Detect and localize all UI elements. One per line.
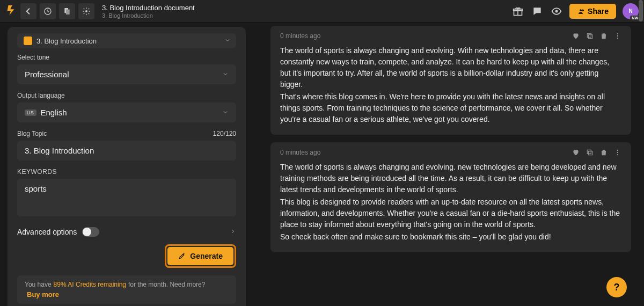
- topic-input[interactable]: 3. Blog Introduction: [17, 141, 236, 161]
- more-icon[interactable]: [614, 149, 621, 156]
- language-value: English: [41, 108, 67, 117]
- heart-icon[interactable]: [572, 149, 580, 156]
- topic-value: 3. Blog Introduction: [25, 146, 94, 155]
- advanced-toggle[interactable]: [82, 227, 99, 237]
- share-button[interactable]: Share: [569, 4, 616, 19]
- document-subtitle: 3. Blog Introduction: [102, 12, 508, 19]
- svg-point-16: [617, 154, 618, 155]
- chevron-right-icon: [230, 227, 236, 237]
- result-card: 0 minutes agoThe world of sports is alwa…: [270, 142, 631, 252]
- result-timestamp: 0 minutes ago: [280, 149, 320, 156]
- generate-button[interactable]: Generate: [167, 247, 233, 265]
- keywords-label: KEYWORDS: [17, 168, 236, 176]
- topic-label: Blog Topic: [17, 130, 47, 137]
- svg-rect-8: [587, 33, 591, 37]
- template-name: 3. Blog Introduction: [36, 37, 97, 45]
- user-avatar[interactable]: N NW: [623, 3, 639, 19]
- top-bar: 3. Blog Introduction document 3. Blog In…: [0, 0, 644, 23]
- svg-point-10: [617, 35, 618, 37]
- result-paragraph: So check back often and make sure to boo…: [280, 231, 621, 243]
- tone-label: Select tone: [17, 54, 236, 61]
- document-title-block: 3. Blog Introduction document 3. Blog In…: [102, 4, 508, 19]
- heart-icon[interactable]: [572, 32, 580, 40]
- visibility-icon[interactable]: [550, 5, 563, 18]
- document-title: 3. Blog Introduction document: [102, 4, 508, 12]
- credits-mid: for the month. Need more?: [128, 281, 205, 288]
- svg-point-15: [617, 152, 618, 153]
- generate-label: Generate: [190, 252, 223, 260]
- scrollbar[interactable]: [639, 0, 643, 21]
- help-fab[interactable]: ?: [606, 277, 627, 297]
- credits-remaining: 89% AI Credits remaining: [54, 281, 126, 288]
- tone-value: Professional: [25, 70, 69, 79]
- chat-icon[interactable]: [531, 5, 544, 18]
- advanced-options-row[interactable]: Advanced options: [17, 224, 236, 244]
- result-header: 0 minutes ago: [280, 32, 621, 40]
- generate-button-highlight: Generate: [165, 244, 236, 268]
- keywords-input[interactable]: sports: [17, 179, 236, 216]
- credits-bar: You have 89% AI Credits remaining for th…: [17, 275, 236, 304]
- result-timestamp: 0 minutes ago: [280, 32, 320, 40]
- sidebar-card: 3. Blog Introduction Select tone Profess…: [8, 27, 246, 306]
- language-flag: US: [25, 110, 36, 116]
- svg-point-6: [555, 10, 558, 12]
- svg-point-9: [617, 33, 618, 34]
- result-header: 0 minutes ago: [280, 149, 621, 156]
- trash-icon[interactable]: [600, 32, 608, 40]
- svg-point-11: [617, 38, 618, 39]
- back-button[interactable]: [20, 3, 36, 19]
- topbar-right: Share N NW: [511, 3, 639, 19]
- result-paragraph: That's where this blog comes in. We're h…: [280, 91, 621, 125]
- credits-prefix: You have: [25, 281, 52, 288]
- gift-icon[interactable]: [511, 5, 524, 18]
- copy-icon[interactable]: [586, 32, 594, 40]
- svg-point-14: [617, 150, 618, 151]
- help-label: ?: [614, 282, 620, 293]
- advanced-label: Advanced options: [17, 228, 77, 236]
- history-button[interactable]: [40, 3, 56, 19]
- app-logo-icon: [5, 4, 17, 18]
- trash-icon[interactable]: [600, 149, 608, 156]
- result-paragraph: The world of sports is always changing a…: [280, 45, 621, 90]
- topic-counter: 120/120: [213, 130, 236, 137]
- svg-rect-2: [66, 9, 70, 14]
- settings-button[interactable]: [78, 3, 94, 19]
- documents-button[interactable]: [59, 3, 75, 19]
- svg-point-3: [85, 10, 87, 12]
- svg-rect-12: [589, 151, 592, 155]
- buy-more-link[interactable]: Buy more: [27, 290, 59, 298]
- svg-rect-7: [589, 35, 592, 39]
- result-body: The world of sports is always changing a…: [280, 45, 621, 125]
- avatar-initial: N: [628, 8, 632, 14]
- chevron-down-icon: [222, 108, 229, 117]
- tone-select[interactable]: Professional: [17, 64, 236, 84]
- chevron-down-icon: [222, 70, 229, 79]
- sidebar: 3. Blog Introduction Select tone Profess…: [0, 23, 253, 306]
- template-icon: [24, 37, 32, 45]
- copy-icon[interactable]: [586, 149, 594, 156]
- language-select[interactable]: US English: [17, 103, 236, 122]
- chevron-down-icon: [224, 37, 231, 45]
- language-label: Output language: [17, 92, 236, 99]
- share-label: Share: [588, 7, 609, 16]
- result-paragraph: This blog is designed to provide readers…: [280, 196, 621, 230]
- result-actions: [572, 32, 621, 40]
- template-selector[interactable]: 3. Blog Introduction: [17, 33, 236, 48]
- result-paragraph: The world of sports is always changing a…: [280, 162, 621, 195]
- result-actions: [572, 149, 621, 156]
- svg-rect-13: [587, 150, 591, 154]
- result-card: 0 minutes agoThe world of sports is alwa…: [270, 26, 631, 135]
- more-icon[interactable]: [614, 32, 621, 40]
- results-panel: 0 minutes agoThe world of sports is alwa…: [253, 23, 644, 306]
- result-body: The world of sports is always changing a…: [280, 162, 621, 243]
- keywords-value: sports: [25, 184, 47, 193]
